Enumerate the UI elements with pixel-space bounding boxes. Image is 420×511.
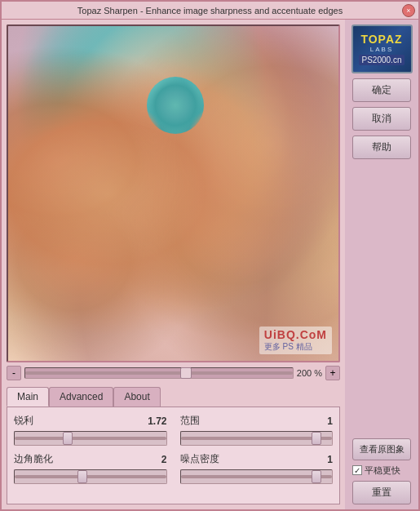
- range-label: 范围: [180, 414, 200, 428]
- sharpen-track: [15, 437, 166, 440]
- watermark: UiBQ.CoM 更多 PS 精品: [259, 327, 332, 354]
- corner-blur-slider[interactable]: [14, 469, 167, 484]
- left-panel: UiBQ.CoM 更多 PS 精品 - 200 % + Main: [2, 20, 345, 509]
- topaz-logo: TOPAZ LABS PS2000.cn: [351, 24, 413, 73]
- tabs-container: Main Advanced About 锐利: [7, 387, 340, 504]
- sharpen-slider[interactable]: [14, 431, 167, 446]
- sharpen-thumb[interactable]: [63, 432, 73, 445]
- zoom-thumb[interactable]: [180, 367, 192, 379]
- close-button[interactable]: ×: [402, 4, 415, 17]
- smooth-faster-label: 平稳更快: [365, 465, 400, 476]
- reset-button[interactable]: 重置: [352, 481, 411, 504]
- noise-density-slider[interactable]: [180, 469, 334, 484]
- range-value: 1: [327, 415, 333, 427]
- zoom-in-button[interactable]: +: [325, 366, 340, 380]
- sharpen-group: 锐利 1.72: [14, 414, 167, 446]
- params-grid: 锐利 1.72 范围 1: [14, 414, 333, 484]
- noise-density-thumb[interactable]: [312, 470, 321, 483]
- preview-image: [8, 26, 338, 361]
- tab-main[interactable]: Main: [7, 387, 49, 407]
- corner-blur-value: 2: [161, 454, 167, 465]
- tab-advanced[interactable]: Advanced: [49, 387, 113, 407]
- corner-blur-group: 边角脆化 2: [14, 452, 167, 484]
- confirm-button[interactable]: 确定: [352, 78, 411, 102]
- sharpen-header: 锐利 1.72: [14, 414, 167, 428]
- main-window: Topaz Sharpen - Enhance image sharpness …: [0, 0, 420, 511]
- zoom-value: 200 %: [297, 368, 322, 378]
- noise-density-track: [181, 475, 333, 478]
- sharpen-label: 锐利: [14, 414, 33, 428]
- corner-blur-label: 边角脆化: [14, 452, 53, 466]
- logo-topaz-text: TOPAZ: [360, 33, 402, 46]
- noise-density-header: 噪点密度 1: [180, 452, 334, 466]
- zoom-out-button[interactable]: -: [7, 366, 21, 380]
- flower-decoration: [147, 77, 204, 134]
- window-title: Topaz Sharpen - Enhance image sharpness …: [77, 6, 343, 16]
- range-thumb[interactable]: [312, 432, 321, 445]
- tabs-header: Main Advanced About: [7, 387, 340, 407]
- logo-labs-text: LABS: [370, 46, 393, 53]
- main-content: UiBQ.CoM 更多 PS 精品 - 200 % + Main: [2, 20, 418, 509]
- image-container: UiBQ.CoM 更多 PS 精品: [7, 24, 340, 362]
- tab-about[interactable]: About: [113, 387, 160, 407]
- logo-ps-text: PS2000.cn: [359, 55, 405, 65]
- range-slider[interactable]: [180, 431, 334, 446]
- title-bar: Topaz Sharpen - Enhance image sharpness …: [2, 2, 418, 20]
- zoom-slider[interactable]: [24, 367, 294, 379]
- range-group: 范围 1: [180, 414, 334, 446]
- corner-blur-header: 边角脆化 2: [14, 452, 167, 466]
- noise-density-label: 噪点密度: [180, 452, 219, 466]
- range-header: 范围 1: [180, 414, 334, 428]
- view-original-button[interactable]: 查看原图象: [352, 438, 411, 460]
- watermark-sub: 更多 PS 精品: [264, 341, 327, 353]
- zoom-track: [25, 371, 293, 375]
- noise-density-value: 1: [327, 454, 333, 465]
- corner-blur-thumb[interactable]: [77, 470, 87, 483]
- help-button[interactable]: 帮助: [352, 136, 411, 159]
- right-panel: TOPAZ LABS PS2000.cn 确定 取消 帮助 查看原图象 ✓ 平稳…: [345, 20, 418, 509]
- range-track: [181, 437, 333, 440]
- sharpen-value: 1.72: [148, 415, 166, 427]
- checkbox-check-icon: ✓: [354, 466, 360, 475]
- noise-density-group: 噪点密度 1: [180, 452, 334, 484]
- zoom-bar: - 200 % +: [7, 362, 340, 384]
- flower-shape: [147, 77, 204, 134]
- cancel-button[interactable]: 取消: [352, 107, 411, 131]
- watermark-main: UiBQ.CoM: [264, 328, 327, 341]
- tabs-content: 锐利 1.72 范围 1: [7, 407, 340, 504]
- corner-blur-track: [15, 475, 166, 478]
- smooth-faster-group: ✓ 平稳更快: [352, 465, 411, 476]
- smooth-faster-checkbox[interactable]: ✓: [352, 465, 362, 475]
